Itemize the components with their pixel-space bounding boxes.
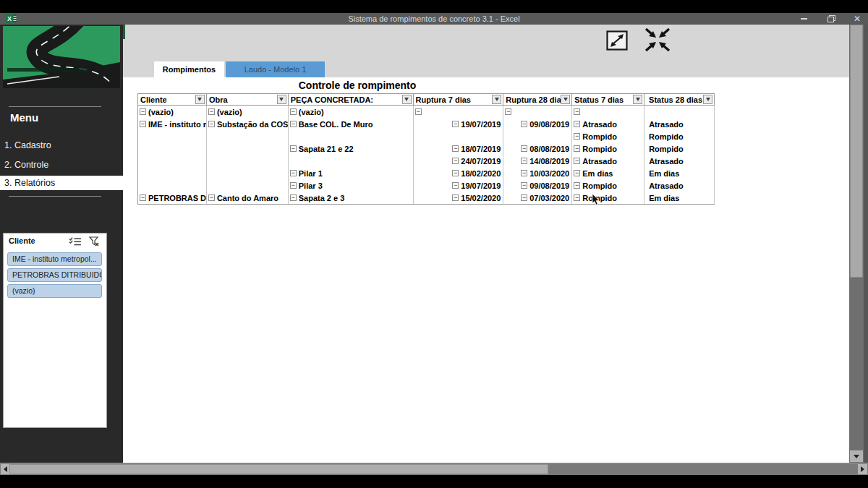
minus-box-icon[interactable]	[574, 158, 580, 164]
table-cell: Em dias	[572, 167, 644, 179]
cell-text: Em dias	[649, 194, 679, 202]
close-button[interactable]: ✕	[849, 13, 865, 25]
clear-filter-icon[interactable]	[88, 236, 101, 247]
menu-item-cadastro[interactable]: 1. Cadastro	[0, 138, 123, 153]
filter-dropdown-icon[interactable]	[402, 95, 412, 104]
cell-text: Pilar 1	[299, 169, 323, 178]
minus-box-icon[interactable]	[452, 145, 459, 152]
minus-box-icon[interactable]	[521, 158, 527, 164]
cell-text: 10/03/2020	[529, 169, 569, 178]
minus-box-icon[interactable]	[521, 145, 527, 152]
table-cell	[572, 106, 644, 118]
filter-dropdown-icon[interactable]	[195, 95, 205, 104]
minus-box-icon[interactable]	[574, 121, 580, 127]
filter-dropdown-icon[interactable]	[492, 95, 501, 104]
minus-box-icon[interactable]	[290, 182, 297, 189]
horizontal-scrollbar-thumb[interactable]	[9, 464, 548, 474]
cliente-slicer: Cliente IME - instituto metropol... PETR…	[3, 233, 107, 428]
table-cell	[207, 179, 289, 192]
minus-box-icon[interactable]	[574, 145, 580, 152]
minus-box-icon[interactable]	[290, 194, 297, 201]
minus-box-icon[interactable]	[452, 170, 459, 176]
cell-text: Atrasado	[649, 120, 684, 129]
slicer-title: Cliente	[9, 236, 35, 245]
table-cell: Pilar 1	[289, 167, 414, 179]
minus-box-icon[interactable]	[208, 108, 215, 115]
minus-box-icon[interactable]	[452, 182, 459, 189]
minus-box-icon[interactable]	[140, 194, 146, 201]
minus-box-icon[interactable]	[521, 121, 527, 127]
cell-text: (vazio)	[217, 108, 242, 116]
app-window: X Sistema de rompimentos de concreto 3.1…	[0, 0, 868, 488]
minus-box-icon[interactable]	[521, 194, 527, 201]
cell-text: IME - instituto me	[148, 120, 207, 129]
tab-laudo-modelo-1[interactable]: Laudo - Modelo 1	[226, 61, 325, 77]
minus-box-icon[interactable]	[574, 194, 580, 201]
table-cell: Rompido	[644, 142, 715, 155]
minus-box-icon[interactable]	[290, 145, 297, 152]
expand-diagonal-icon[interactable]	[606, 30, 628, 51]
arrow-down-icon	[854, 455, 859, 458]
minus-box-icon[interactable]	[574, 170, 580, 176]
table-cell: Rompido	[572, 192, 644, 204]
horizontal-scrollbar[interactable]	[0, 463, 868, 475]
cell-text: 18/02/2020	[461, 169, 501, 178]
minus-box-icon[interactable]	[140, 108, 146, 115]
table-cell: Rompido	[644, 130, 715, 142]
vertical-scrollbar[interactable]	[849, 25, 864, 463]
minus-box-icon[interactable]	[452, 121, 459, 127]
restore-button[interactable]	[823, 13, 839, 25]
minus-box-icon[interactable]	[140, 121, 146, 127]
minus-box-icon[interactable]	[452, 194, 459, 201]
table-row: Pilar 118/02/202010/03/2020Em diasEm dia…	[138, 167, 715, 179]
filter-dropdown-icon[interactable]	[561, 95, 570, 104]
tab-rompimentos[interactable]: Rompimentos	[154, 61, 224, 77]
minus-box-icon[interactable]	[415, 108, 422, 115]
cell-text: Rompido	[582, 145, 617, 153]
minus-box-icon[interactable]	[574, 133, 580, 140]
filter-dropdown-icon[interactable]	[277, 95, 286, 104]
table-cell: 07/03/2020	[503, 192, 572, 204]
table-cell: Canto do Amaro	[207, 192, 289, 204]
scroll-left-button[interactable]	[1, 464, 9, 474]
minus-box-icon[interactable]	[208, 121, 215, 127]
menu-item-relatorios[interactable]: 3. Relatórios	[0, 176, 123, 190]
minus-box-icon[interactable]	[208, 194, 215, 201]
cell-text: 19/07/2019	[461, 120, 501, 129]
minus-box-icon[interactable]	[521, 182, 527, 189]
vertical-scrollbar-thumb[interactable]	[850, 25, 863, 278]
table-cell: 18/07/2019	[414, 142, 504, 155]
table-row: Pilar 319/07/201909/08/2019RompidoAtrasa…	[138, 179, 715, 192]
minus-box-icon[interactable]	[290, 108, 297, 115]
minus-box-icon[interactable]	[521, 170, 527, 176]
minus-box-icon[interactable]	[574, 108, 580, 115]
multiselect-icon[interactable]	[69, 236, 82, 247]
pivot-table: Cliente Obra PEÇA CONCRETADA: Ruptura 7 …	[137, 93, 715, 205]
minus-box-icon[interactable]	[505, 108, 511, 115]
table-cell: 10/03/2020	[503, 167, 572, 179]
table-cell	[138, 130, 207, 142]
filter-dropdown-icon[interactable]	[633, 95, 642, 104]
table-cell: Sapata 21 e 22	[289, 142, 414, 155]
minus-box-icon[interactable]	[574, 182, 580, 189]
scroll-right-button[interactable]	[858, 464, 867, 474]
table-cell: Em dias	[644, 167, 715, 179]
table-cell	[414, 106, 504, 118]
scroll-down-button[interactable]	[850, 450, 863, 462]
collapse-arrows-icon[interactable]	[644, 27, 671, 52]
minus-box-icon[interactable]	[290, 121, 297, 127]
table-cell	[503, 106, 572, 118]
slicer-item-ime[interactable]: IME - instituto metropol...	[7, 252, 102, 266]
minus-box-icon[interactable]	[452, 158, 459, 164]
cell-text: Sapata 2 e 3	[299, 194, 345, 202]
table-cell: (vazio)	[289, 106, 414, 118]
table-cell	[138, 142, 207, 155]
minimize-button[interactable]	[796, 13, 812, 25]
slicer-item-petrobras[interactable]: PETROBRAS DITRIBUIDO...	[7, 268, 102, 282]
table-cell	[207, 142, 289, 155]
cell-text: 09/08/2019	[529, 181, 569, 190]
minus-box-icon[interactable]	[290, 170, 297, 176]
slicer-item-vazio[interactable]: (vazio)	[7, 284, 102, 298]
menu-item-controle[interactable]: 2. Controle	[0, 158, 123, 172]
filter-dropdown-icon[interactable]	[703, 95, 712, 104]
